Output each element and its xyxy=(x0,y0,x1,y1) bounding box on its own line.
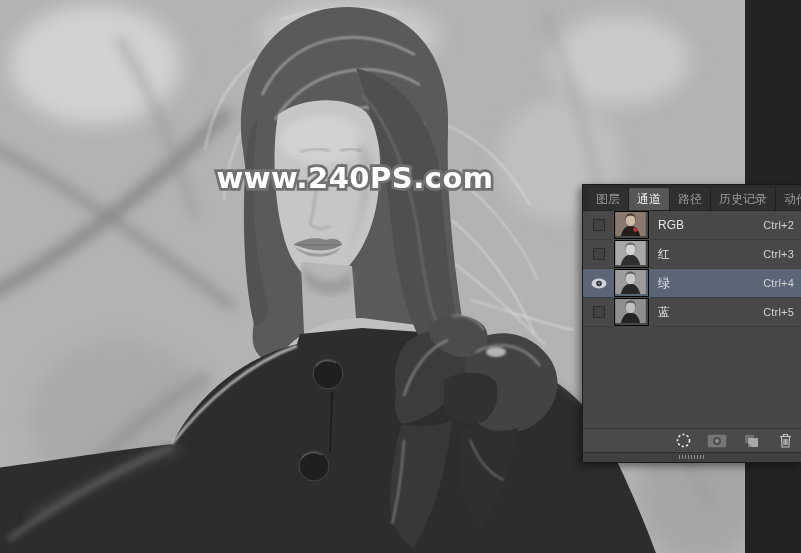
save-selection-as-channel-icon xyxy=(707,434,727,448)
load-channel-as-selection-button[interactable] xyxy=(673,433,693,449)
delete-channel-button[interactable] xyxy=(775,433,795,449)
channel-shortcut: Ctrl+4 xyxy=(763,277,794,289)
visibility-toggle[interactable] xyxy=(589,275,609,291)
channel-thumbnail[interactable] xyxy=(614,269,649,297)
watermark-text: www.240PS.com xyxy=(216,161,493,195)
channel-thumbnail[interactable] xyxy=(614,240,649,268)
channel-thumbnail[interactable] xyxy=(614,298,649,326)
tab-history[interactable]: 历史记录 xyxy=(711,188,776,210)
new-channel-icon xyxy=(744,434,759,448)
visibility-toggle[interactable] xyxy=(589,246,609,262)
delete-channel-icon xyxy=(779,433,792,448)
photoshop-workspace: { "watermark": { "text": "www.240PS.com"… xyxy=(0,0,801,553)
channel-thumbnail[interactable] xyxy=(614,211,649,239)
channel-name: 红 xyxy=(658,246,763,263)
channel-name: 蓝 xyxy=(658,304,763,321)
empty-visibility-box xyxy=(593,306,605,318)
empty-visibility-box xyxy=(593,219,605,231)
channel-row-red[interactable]: 红 Ctrl+3 xyxy=(583,240,801,269)
tab-layers[interactable]: 图层 xyxy=(588,188,629,210)
channel-row-blue[interactable]: 蓝 Ctrl+5 xyxy=(583,298,801,327)
tab-channels[interactable]: 通道 xyxy=(629,188,670,210)
eye-icon xyxy=(591,278,607,289)
channel-row-green[interactable]: 绿 Ctrl+4 xyxy=(583,269,801,298)
panel-resize-grip[interactable] xyxy=(679,455,705,459)
panel-tab-bar: 图层 通道 路径 历史记录 动作 xyxy=(583,185,801,211)
visibility-toggle[interactable] xyxy=(589,304,609,320)
channel-name: RGB xyxy=(658,218,763,232)
panel-empty-area xyxy=(583,327,801,428)
new-channel-button[interactable] xyxy=(741,433,761,449)
channel-shortcut: Ctrl+2 xyxy=(763,219,794,231)
channel-shortcut: Ctrl+5 xyxy=(763,306,794,318)
channel-shortcut: Ctrl+3 xyxy=(763,248,794,260)
empty-visibility-box xyxy=(593,248,605,260)
panel-bottom-strip xyxy=(583,452,801,462)
channel-name: 绿 xyxy=(658,275,763,292)
channel-row-rgb[interactable]: RGB Ctrl+2 xyxy=(583,211,801,240)
tab-actions[interactable]: 动作 xyxy=(776,188,801,210)
channels-panel: 图层 通道 路径 历史记录 动作 RGB Ctrl+2 红 Ctrl+3 xyxy=(582,184,801,463)
visibility-toggle[interactable] xyxy=(589,217,609,233)
panel-toolbar xyxy=(583,428,801,452)
load-channel-as-selection-icon xyxy=(676,433,691,448)
save-selection-as-channel-button[interactable] xyxy=(707,433,727,449)
tab-paths[interactable]: 路径 xyxy=(670,188,711,210)
channel-list: RGB Ctrl+2 红 Ctrl+3 绿 Ctrl+4 xyxy=(583,211,801,327)
